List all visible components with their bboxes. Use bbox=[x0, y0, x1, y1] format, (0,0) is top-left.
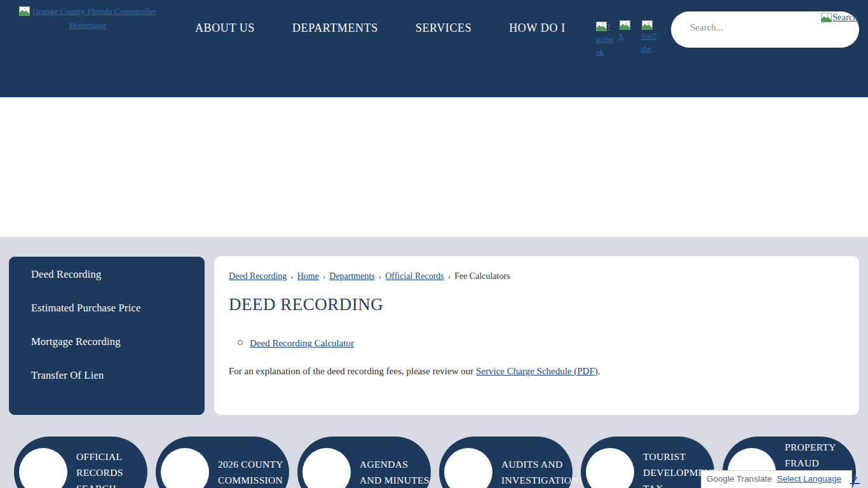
quick-link-audits-and-investigations[interactable]: AUDITS AND INVESTIGATIONS bbox=[439, 437, 573, 488]
nav-item-about-us[interactable]: ABOUT US bbox=[195, 22, 255, 35]
quick-link-circle-icon bbox=[161, 448, 209, 488]
facebook-icon bbox=[596, 22, 607, 31]
youtube-link[interactable]: YouTube bbox=[641, 20, 658, 55]
nav-item-services[interactable]: SERVICES bbox=[416, 22, 471, 35]
quick-link-circle-icon bbox=[302, 448, 351, 488]
site-header: Orange County Florida Comptroller Homepa… bbox=[0, 0, 868, 97]
google-translate-widget: Google Translate Select Language ▼ bbox=[701, 470, 852, 488]
sidebar-item-mortgage-recording[interactable]: Mortgage Recording bbox=[9, 325, 205, 358]
google-translate-label: Google Translate bbox=[707, 474, 772, 484]
breadcrumb-separator: › bbox=[323, 271, 325, 281]
sidebar-item-deed-recording[interactable]: Deed Recording bbox=[9, 257, 205, 291]
explanation-text: For an explanation of the deed recording… bbox=[229, 366, 840, 377]
search-button[interactable]: Search bbox=[821, 12, 857, 23]
sidebar-menu: Deed Recording Estimated Purchase Price … bbox=[9, 257, 205, 415]
logo-link[interactable]: Orange County Florida Comptroller Homepa… bbox=[9, 4, 166, 32]
youtube-icon bbox=[642, 20, 653, 30]
nav-item-departments[interactable]: DEPARTMENTS bbox=[292, 22, 378, 35]
quick-link-official-records-search[interactable]: OFFICIAL RECORDS SEARCH bbox=[14, 437, 147, 488]
breadcrumb-separator: › bbox=[448, 271, 451, 281]
x-alt-text: X bbox=[618, 32, 623, 40]
quick-link-circle-icon bbox=[19, 448, 67, 488]
breadcrumb-departments[interactable]: Departments bbox=[329, 271, 375, 281]
service-charge-schedule-link[interactable]: Service Charge Schedule (PDF) bbox=[476, 366, 598, 376]
explanation-before: For an explanation of the deed recording… bbox=[229, 366, 476, 376]
search-icon bbox=[821, 13, 832, 22]
quick-link-label: OFFICIAL RECORDS SEARCH bbox=[76, 437, 147, 488]
quick-link-label: 2026 COUNTY COMMISSION bbox=[218, 437, 289, 488]
deed-recording-calculator-link[interactable]: Deed Recording Calculator bbox=[250, 338, 354, 348]
translate-dropdown-arrow-icon[interactable]: ▼ bbox=[850, 474, 860, 484]
quick-link-agendas-and-minutes[interactable]: AGENDAS AND MINUTES bbox=[297, 437, 431, 488]
facebook-link[interactable]: Facebook bbox=[596, 20, 613, 58]
quick-link-tourist-development-tax[interactable]: TOURIST DEVELOPMENT TAX bbox=[581, 437, 714, 488]
select-language-link[interactable]: Select Language bbox=[777, 474, 841, 484]
broken-image-icon bbox=[19, 6, 30, 16]
breadcrumb-current: Fee Calculators bbox=[454, 271, 510, 281]
breadcrumb-separator: › bbox=[290, 271, 293, 281]
explanation-after: . bbox=[598, 366, 600, 376]
breadcrumb-official-records[interactable]: Official Records bbox=[385, 271, 444, 281]
nav-item-how-do-i[interactable]: HOW DO I bbox=[509, 22, 565, 35]
x-link[interactable]: X bbox=[618, 20, 635, 43]
quick-link-circle-icon bbox=[586, 448, 634, 488]
breadcrumb-separator: › bbox=[379, 271, 381, 281]
main-nav: ABOUT US DEPARTMENTS SERVICES HOW DO I bbox=[195, 22, 566, 35]
page-title: DEED RECORDING bbox=[229, 295, 840, 315]
list-item: Deed Recording Calculator bbox=[238, 338, 840, 349]
youtube-alt-text: YouTube bbox=[641, 32, 657, 53]
x-icon bbox=[620, 20, 630, 30]
content-spacer bbox=[0, 97, 868, 237]
breadcrumb-home[interactable]: Home bbox=[297, 271, 319, 281]
content-card: Deed Recording›Home›Departments›Official… bbox=[214, 256, 859, 415]
bullet-icon bbox=[238, 340, 243, 345]
search-button-text: Search bbox=[832, 12, 857, 22]
breadcrumb: Deed Recording›Home›Departments›Official… bbox=[229, 271, 840, 281]
sidebar-item-estimated-purchase-price[interactable]: Estimated Purchase Price bbox=[9, 291, 205, 325]
breadcrumb-deed-recording[interactable]: Deed Recording bbox=[229, 271, 287, 281]
quick-link-circle-icon bbox=[444, 448, 492, 488]
sidebar-item-transfer-of-lien[interactable]: Transfer Of Lien bbox=[9, 358, 205, 392]
quick-link-2026-county-commission[interactable]: 2026 COUNTY COMMISSION bbox=[156, 437, 289, 488]
quick-link-label: AGENDAS AND MINUTES bbox=[360, 437, 431, 488]
social-links: Facebook X YouTube bbox=[596, 20, 658, 58]
logo-alt-text: Orange County Florida Comptroller Homepa… bbox=[32, 6, 156, 30]
